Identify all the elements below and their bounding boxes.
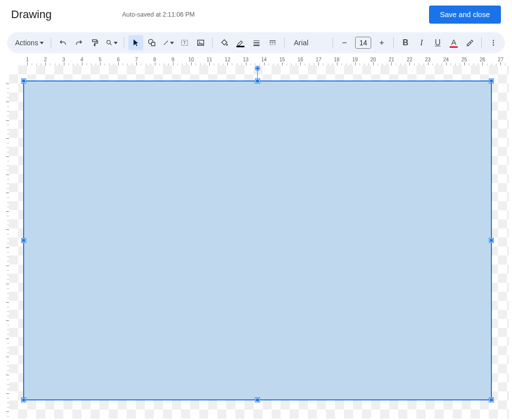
svg-line-1	[110, 44, 111, 45]
highlight-color-button[interactable]	[462, 35, 477, 50]
undo-button[interactable]	[55, 35, 70, 50]
text-color-button[interactable]: A	[446, 35, 461, 50]
paint-roller-icon	[91, 38, 100, 47]
more-vertical-icon	[489, 38, 498, 47]
zoom-icon	[106, 38, 113, 47]
svg-rect-10	[253, 42, 260, 43]
border-color-button[interactable]	[233, 35, 248, 50]
resize-handle-s[interactable]	[255, 398, 260, 402]
line-weight-icon	[252, 38, 261, 47]
actions-menu[interactable]: Actions	[11, 35, 47, 50]
actions-label: Actions	[15, 39, 38, 47]
minus-icon	[340, 39, 349, 47]
resize-handle-n[interactable]	[255, 79, 260, 83]
bold-button[interactable]: B	[398, 35, 413, 50]
workspace: 1234567891011121314151617181920212223242…	[0, 56, 509, 418]
drawing-canvas[interactable]	[9, 65, 509, 418]
underline-icon: U	[435, 38, 441, 47]
svg-point-8	[199, 41, 200, 42]
resize-handle-ne[interactable]	[489, 79, 493, 83]
chevron-down-icon	[114, 42, 118, 44]
font-size-decrease[interactable]	[337, 35, 352, 50]
bold-icon: B	[402, 38, 408, 47]
font-size-increase[interactable]	[374, 35, 389, 50]
save-and-close-button[interactable]: Save and close	[429, 6, 501, 24]
chevron-down-icon	[170, 42, 174, 44]
line-tool[interactable]	[160, 35, 177, 50]
italic-icon: I	[420, 38, 422, 47]
plus-icon	[378, 39, 386, 47]
shape-tool[interactable]	[144, 35, 159, 50]
svg-rect-9	[253, 41, 260, 41]
svg-point-19	[493, 42, 494, 44]
font-size-input[interactable]	[355, 37, 371, 49]
autosave-status: Auto-saved at 2:11:06 PM	[122, 11, 195, 18]
paint-bucket-icon	[220, 38, 229, 47]
header: Drawing Auto-saved at 2:11:06 PM Save an…	[0, 0, 512, 28]
italic-button[interactable]: I	[414, 35, 429, 50]
line-icon	[162, 38, 169, 47]
resize-handle-nw[interactable]	[22, 79, 26, 83]
vertical-ruler	[0, 65, 9, 418]
horizontal-ruler: 1234567891011121314151617181920212223242…	[9, 56, 509, 65]
dialog-title: Drawing	[11, 8, 52, 21]
svg-line-4	[163, 41, 167, 45]
rotation-handle[interactable]	[255, 66, 260, 70]
resize-handle-sw[interactable]	[22, 398, 26, 402]
color-swatch	[236, 46, 244, 47]
fill-color-button[interactable]	[217, 35, 232, 50]
toolbar: Actions T	[7, 32, 505, 53]
svg-point-18	[493, 40, 494, 41]
insert-image-button[interactable]	[193, 35, 208, 50]
shapes-icon	[147, 38, 156, 47]
text-color-icon: A	[451, 38, 456, 46]
zoom-dropdown[interactable]	[104, 35, 120, 50]
highlighter-icon	[465, 38, 474, 47]
font-family-dropdown[interactable]: Arial	[289, 35, 328, 50]
text-box-tool[interactable]: T	[177, 35, 192, 50]
undo-icon	[58, 38, 67, 47]
svg-text:T: T	[184, 41, 186, 45]
svg-point-20	[493, 44, 494, 46]
line-dash-icon	[268, 38, 277, 47]
selected-rectangle-shape[interactable]	[23, 80, 492, 400]
paint-format-button[interactable]	[88, 35, 103, 50]
border-dash-button[interactable]	[265, 35, 280, 50]
pencil-icon	[236, 39, 244, 46]
font-name-label: Arial	[294, 39, 308, 47]
text-box-icon: T	[180, 38, 189, 47]
underline-button[interactable]: U	[430, 35, 445, 50]
cursor-icon	[131, 38, 140, 47]
resize-handle-se[interactable]	[489, 398, 493, 402]
more-options-button[interactable]	[486, 35, 501, 50]
color-swatch	[450, 46, 458, 48]
resize-handle-w[interactable]	[22, 238, 26, 242]
redo-icon	[74, 38, 83, 47]
chevron-down-icon	[40, 42, 44, 44]
font-size-group	[337, 35, 389, 50]
svg-point-0	[107, 40, 110, 44]
select-tool[interactable]	[128, 35, 143, 50]
redo-button[interactable]	[71, 35, 87, 50]
svg-rect-3	[151, 42, 155, 46]
image-icon	[196, 38, 205, 47]
border-weight-button[interactable]	[249, 35, 264, 50]
resize-handle-e[interactable]	[489, 238, 493, 242]
svg-rect-11	[253, 45, 260, 46]
